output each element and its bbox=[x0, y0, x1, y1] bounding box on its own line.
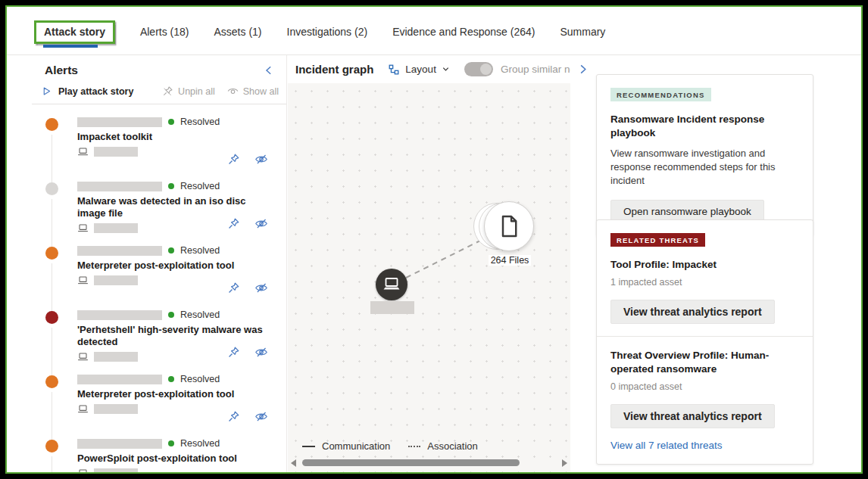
device-node[interactable] bbox=[376, 269, 407, 300]
alert-title: Malware was detected in an iso disc imag… bbox=[77, 195, 268, 219]
communication-line-sample bbox=[302, 446, 315, 447]
unpin-all-button[interactable]: Unpin all bbox=[162, 86, 215, 97]
incident-graph-canvas[interactable]: 264 Files Communication Association bbox=[288, 83, 570, 472]
resolved-status-icon bbox=[168, 312, 174, 318]
graph-horizontal-scrollbar[interactable] bbox=[289, 459, 569, 467]
alert-item-iso-malware[interactable]: Resolved Malware was detected in an iso … bbox=[32, 175, 286, 239]
alert-status: Resolved bbox=[180, 309, 220, 320]
recommendations-card: RECOMMENDATIONS Ransomware Incident resp… bbox=[596, 74, 813, 236]
hide-alert-icon[interactable] bbox=[254, 281, 268, 294]
device-icon bbox=[77, 352, 89, 362]
tab-alerts[interactable]: Alerts (18) bbox=[140, 26, 189, 38]
alert-title: 'Perhetshell' high-severity malware was … bbox=[77, 324, 268, 348]
scroll-left-arrow-icon[interactable] bbox=[291, 459, 296, 467]
files-node-label: 264 Files bbox=[472, 255, 548, 266]
threat-divider bbox=[597, 336, 813, 337]
group-similar-nodes-toggle[interactable] bbox=[464, 62, 493, 76]
redacted-alert-time bbox=[77, 246, 162, 256]
tab-attack-story-label: Attack story bbox=[44, 26, 105, 38]
expand-panel-chevron-right-icon[interactable] bbox=[577, 63, 589, 76]
alert-title: Impacket toolkit bbox=[77, 131, 268, 143]
severity-dot bbox=[45, 440, 58, 453]
device-icon bbox=[77, 147, 89, 157]
alert-status: Resolved bbox=[180, 117, 220, 127]
resolved-status-icon bbox=[168, 247, 174, 253]
layout-dropdown[interactable]: Layout bbox=[388, 64, 450, 76]
tab-attack-story[interactable]: Attack story bbox=[34, 20, 115, 44]
incident-page: Attack story Alerts (18) Assets (1) Inve… bbox=[5, 5, 863, 474]
scrollbar-thumb[interactable] bbox=[302, 459, 520, 466]
show-all-button[interactable]: Show all bbox=[227, 86, 279, 97]
legend-association-label: Association bbox=[427, 440, 477, 452]
recommendation-description: View ransomware investigation and respon… bbox=[610, 147, 799, 188]
redacted-device-name bbox=[94, 275, 138, 285]
tab-summary[interactable]: Summary bbox=[560, 26, 605, 38]
related-threats-badge: RELATED THREATS bbox=[610, 233, 705, 247]
redacted-alert-time bbox=[77, 439, 162, 449]
threat-title: Tool Profile: Impacket bbox=[610, 258, 799, 272]
alert-status: Resolved bbox=[180, 245, 220, 256]
alerts-panel-title: Alerts bbox=[45, 64, 78, 77]
pin-alert-icon[interactable] bbox=[227, 346, 240, 359]
play-icon bbox=[42, 86, 52, 96]
alert-item-meterpreter-2[interactable]: Resolved Meterpreter post-exploitation t… bbox=[32, 368, 286, 432]
alert-title: PowerSploit post-exploitation tool bbox=[77, 453, 268, 465]
hide-alert-icon[interactable] bbox=[254, 410, 268, 423]
alerts-toolbar: Play attack story Unpin all Sh bbox=[32, 82, 286, 104]
tab-investigations[interactable]: Investigations (2) bbox=[287, 26, 368, 38]
alert-title: Meterpreter post-exploitation tool bbox=[77, 260, 268, 272]
alert-item-impacket[interactable]: Resolved Impacket toolkit bbox=[32, 110, 286, 175]
threat-item-impacket: Tool Profile: Impacket 1 impacted asset … bbox=[610, 258, 799, 324]
hide-alert-icon[interactable] bbox=[254, 346, 268, 359]
incident-graph-header: Incident graph Layout Group similar node… bbox=[288, 55, 570, 83]
recommendations-badge: RECOMMENDATIONS bbox=[610, 88, 711, 101]
severity-dot bbox=[45, 118, 58, 131]
device-icon bbox=[77, 223, 89, 233]
view-all-related-threats-link[interactable]: View all 7 related threats bbox=[610, 440, 723, 451]
alert-item-meterpreter-1[interactable]: Resolved Meterpreter post-exploitation t… bbox=[32, 239, 286, 303]
threat-impact-count: 1 impacted asset bbox=[610, 277, 799, 288]
pin-alert-icon[interactable] bbox=[227, 217, 240, 230]
severity-dot bbox=[45, 247, 58, 260]
play-attack-story-button[interactable]: Play attack story bbox=[42, 86, 133, 97]
threat-impact-count: 0 impacted asset bbox=[610, 381, 799, 392]
redacted-device-name bbox=[94, 147, 138, 157]
redacted-device-name bbox=[94, 223, 138, 233]
severity-dot bbox=[45, 375, 58, 388]
resolved-status-icon bbox=[168, 119, 174, 125]
legend-communication-label: Communication bbox=[322, 440, 390, 452]
redacted-device-name bbox=[94, 468, 138, 472]
hide-alert-icon[interactable] bbox=[254, 153, 268, 166]
device-icon bbox=[77, 275, 89, 285]
severity-dot bbox=[45, 311, 58, 324]
pin-alert-icon[interactable] bbox=[227, 153, 240, 166]
incident-tabbar: Attack story Alerts (18) Assets (1) Inve… bbox=[34, 14, 861, 49]
alerts-panel: Alerts Play attack story Unpi bbox=[32, 55, 287, 472]
alert-list: Resolved Impacket toolkit bbox=[32, 104, 286, 472]
related-threats-card: RELATED THREATS Tool Profile: Impacket 1… bbox=[596, 219, 813, 465]
recommendation-title: Ransomware Incident response playbook bbox=[610, 113, 799, 140]
alert-item-perhetshell[interactable]: Resolved 'Perhetshell' high-severity mal… bbox=[32, 303, 286, 368]
tab-evidence-response[interactable]: Evidence and Response (264) bbox=[392, 26, 535, 38]
unpin-icon bbox=[162, 86, 173, 97]
threat-title: Threat Overview Profile: Human-operated … bbox=[610, 349, 799, 376]
alert-item-powersploit[interactable]: Resolved PowerSploit post-exploitation t… bbox=[32, 432, 286, 472]
view-threat-analytics-report-button[interactable]: View threat analytics report bbox=[610, 300, 775, 324]
laptop-icon bbox=[382, 277, 401, 292]
pin-alert-icon[interactable] bbox=[227, 410, 240, 423]
resolved-status-icon bbox=[168, 183, 174, 189]
redacted-device-node-label bbox=[370, 301, 414, 314]
incident-graph-title: Incident graph bbox=[295, 63, 373, 76]
pin-alert-icon[interactable] bbox=[227, 281, 240, 294]
view-threat-analytics-report-button[interactable]: View threat analytics report bbox=[610, 404, 775, 428]
device-icon bbox=[77, 404, 89, 414]
scroll-right-arrow-icon[interactable] bbox=[562, 459, 567, 467]
tab-assets[interactable]: Assets (1) bbox=[214, 26, 262, 38]
graph-legend: Communication Association bbox=[302, 440, 478, 452]
files-group-node[interactable] bbox=[484, 201, 534, 251]
collapse-panel-chevron-left-icon[interactable] bbox=[264, 65, 274, 76]
eye-icon bbox=[227, 86, 239, 97]
alert-status: Resolved bbox=[180, 374, 220, 384]
hide-alert-icon[interactable] bbox=[254, 217, 268, 230]
redacted-device-name bbox=[94, 404, 138, 414]
